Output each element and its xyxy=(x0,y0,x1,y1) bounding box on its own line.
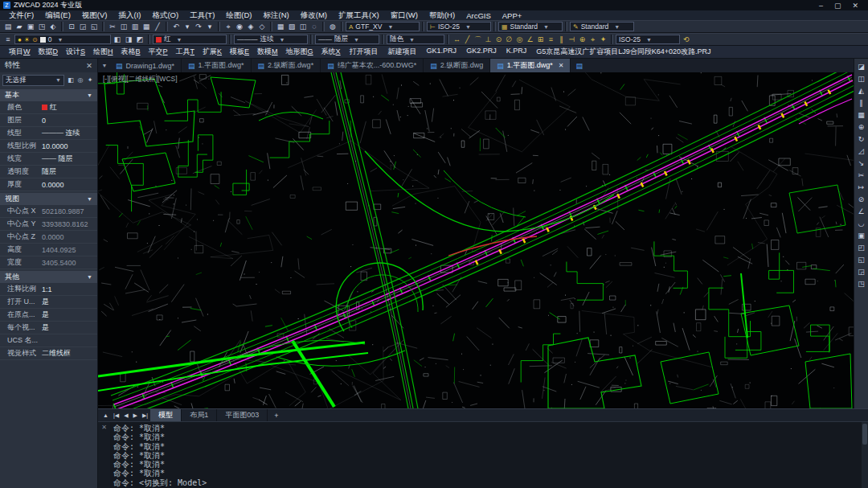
project-menu-item[interactable]: 设计S xyxy=(62,47,89,57)
viewport-controls[interactable]: [-][俯视][二维线框][WCS] xyxy=(103,75,178,84)
property-row[interactable]: 打开 U... 是 xyxy=(0,296,97,309)
menu-item[interactable]: 扩展工具(X) xyxy=(333,10,385,21)
copy-icon[interactable]: ◫ xyxy=(118,22,129,32)
mleader-style-combo[interactable]: ✎ Standard ▼ xyxy=(570,22,634,31)
zoom-previous-icon[interactable]: ◇ xyxy=(256,22,268,32)
cut-icon[interactable]: ✂ xyxy=(107,22,118,32)
move-icon[interactable]: ⊕ xyxy=(855,121,867,133)
project-menu-item[interactable]: 地形图G xyxy=(282,47,317,57)
layer-properties-icon[interactable]: ≡ xyxy=(2,35,14,45)
property-row[interactable]: 宽度 3405.5400 xyxy=(0,256,97,269)
property-row[interactable]: 线宽 —— 随层 xyxy=(0,153,97,166)
paste-clip-icon[interactable]: ◳ xyxy=(855,278,867,289)
tab-list-dropdown-icon[interactable]: ▼ xyxy=(100,59,109,72)
project-action-item[interactable]: 打开项目 xyxy=(345,47,383,57)
property-row[interactable]: UCS 名... xyxy=(0,334,97,347)
erase-icon[interactable]: ◪ xyxy=(855,61,867,72)
menu-item[interactable]: 编辑(E) xyxy=(39,10,76,21)
selection-dropdown[interactable]: 无选择 ▼ xyxy=(2,75,64,86)
layout-tab-layout1[interactable]: 布局1 xyxy=(182,409,217,421)
layout-tab-plan003[interactable]: 平面图003 xyxy=(217,409,268,421)
doc-tab-plan-active[interactable]: ▤ 1.平面图.dwg* ✕ xyxy=(490,59,571,72)
offset-icon[interactable]: ∥ xyxy=(855,97,867,109)
region-icon[interactable]: ◰ xyxy=(855,242,867,253)
paste-icon[interactable]: ▥ xyxy=(129,22,141,32)
mirror-icon[interactable]: ◭ xyxy=(855,85,867,96)
property-row-color[interactable]: 颜色 红 xyxy=(0,101,97,114)
dim-diameter-icon[interactable]: ∅ xyxy=(504,35,514,45)
project-menu-item[interactable]: 模板E xyxy=(226,47,253,57)
layer-previous-icon[interactable]: ◧ xyxy=(112,35,123,45)
dim-ordinate-icon[interactable]: ⊥ xyxy=(483,35,493,45)
layout-nav-prev-icon[interactable]: ◀ xyxy=(121,409,130,421)
table-style-combo[interactable]: ▦ Standard ▼ xyxy=(498,22,563,31)
property-row[interactable]: 注释比例 1:1 xyxy=(0,283,97,296)
layout-nav-last-icon[interactable]: ▶| xyxy=(140,409,150,421)
dim-radius-icon[interactable]: ⊙ xyxy=(493,35,504,45)
explode-icon[interactable]: ▣ xyxy=(855,230,867,241)
menu-item[interactable]: 窗口(W) xyxy=(385,10,424,21)
property-row[interactable]: 高度 1404.0925 xyxy=(0,244,97,256)
dim-angular-icon[interactable]: ∠ xyxy=(525,35,535,45)
dim-aligned-icon[interactable]: ╱ xyxy=(462,35,473,45)
dim-style-combo[interactable]: ⊢ ISO-25 ▼ xyxy=(427,22,491,31)
project-menu-item[interactable]: 表格B xyxy=(117,47,145,57)
view-manager-icon[interactable]: ◫ xyxy=(297,22,309,32)
project-action-item[interactable]: GK2.PRJ xyxy=(461,47,502,57)
project-action-item[interactable]: GK1.PRJ xyxy=(422,47,462,57)
drawing-canvas[interactable]: [-][俯视][二维线框][WCS] xyxy=(98,72,868,408)
color-combo[interactable]: 红 ▼ xyxy=(153,35,227,44)
dim-arc-icon[interactable]: ⌒ xyxy=(473,35,483,45)
menu-item[interactable]: 视图(V) xyxy=(76,10,113,21)
publish-icon[interactable]: ◱ xyxy=(88,22,100,32)
pan-icon[interactable]: ⌖ xyxy=(223,22,234,32)
doc-tab-farmland[interactable]: ▤ 绵广基本农...-600.DWG* xyxy=(321,59,424,72)
project-menu-item[interactable]: 系统X xyxy=(317,47,345,57)
plotstyle-combo[interactable]: 随色 ▼ xyxy=(387,35,444,44)
dim-continue-icon[interactable]: ∥ xyxy=(556,35,567,45)
doc-tab-drawing1[interactable]: ▤ Drawing1.dwg* xyxy=(109,59,182,72)
property-row[interactable]: 图层 0 xyxy=(0,114,97,127)
trim-icon[interactable]: ✂ xyxy=(855,170,867,181)
property-row[interactable]: 在原点... 是 xyxy=(0,309,97,322)
zoom-realtime-icon[interactable]: ◉ xyxy=(234,22,245,32)
layout-nav-next-icon[interactable]: ▶ xyxy=(131,409,140,421)
dim-jogged-icon[interactable]: ◎ xyxy=(514,35,525,45)
maximize-button[interactable]: ▢ xyxy=(834,2,841,10)
command-close-icon[interactable]: ✕ xyxy=(101,424,107,431)
match-properties-icon[interactable]: ╱ xyxy=(152,22,163,32)
layer-combo[interactable]: ● ☀ ⊙ 0 ▼ xyxy=(14,35,111,44)
text-style-combo[interactable]: A GTF_XV ▼ xyxy=(346,22,420,31)
menu-item[interactable]: 格式(O) xyxy=(146,10,184,21)
purge-icon[interactable]: ◌ xyxy=(309,22,320,32)
property-row[interactable]: 中心点 X 502180.9887 xyxy=(0,205,97,218)
layer-states-icon[interactable]: ◨ xyxy=(123,35,134,45)
help-icon[interactable]: ◍ xyxy=(327,22,338,32)
linetype-combo[interactable]: ——— 连续 ▼ xyxy=(234,35,308,44)
command-scrollbar[interactable] xyxy=(862,422,868,488)
project-menu-item[interactable]: 扩展K xyxy=(199,47,226,57)
save-as-icon[interactable]: ◳ xyxy=(36,22,47,32)
project-menu-item[interactable]: 项目W xyxy=(5,47,35,57)
quick-calc-icon[interactable]: ✦ xyxy=(85,75,95,85)
table-icon[interactable]: ▦ xyxy=(275,22,286,32)
project-menu-item[interactable]: 数据D xyxy=(35,47,63,57)
chamfer-icon[interactable]: ∠ xyxy=(855,206,867,217)
menu-item[interactable]: 标注(N) xyxy=(258,10,295,21)
stretch-icon[interactable]: ↘ xyxy=(855,158,867,169)
new-tab-icon[interactable]: ▤ xyxy=(571,59,588,72)
doc-tab-profile-1[interactable]: ▤ 2.纵断面.dwg* xyxy=(252,59,321,72)
property-row[interactable]: 厚度 0.0000 xyxy=(0,178,97,191)
menu-item[interactable]: 插入(I) xyxy=(113,10,146,21)
datagrid-icon[interactable]: ▨ xyxy=(286,22,297,32)
menu-item[interactable]: 修改(M) xyxy=(295,10,333,21)
plot-icon[interactable]: ⊡ xyxy=(66,22,77,32)
doc-tab-profile-2[interactable]: ▤ 2.纵断面.dwg xyxy=(424,59,490,72)
redo-dropdown-icon[interactable]: ▾ xyxy=(204,22,215,32)
plot-preview-icon[interactable]: ◲ xyxy=(77,22,88,32)
project-action-item[interactable]: K.PRJ xyxy=(502,47,532,57)
save-icon[interactable]: ▣ xyxy=(25,22,36,32)
layer-isolate-icon[interactable]: ◩ xyxy=(134,35,145,45)
array-icon[interactable]: ▦ xyxy=(855,109,867,121)
project-menu-item[interactable]: 绘图H xyxy=(89,47,117,57)
